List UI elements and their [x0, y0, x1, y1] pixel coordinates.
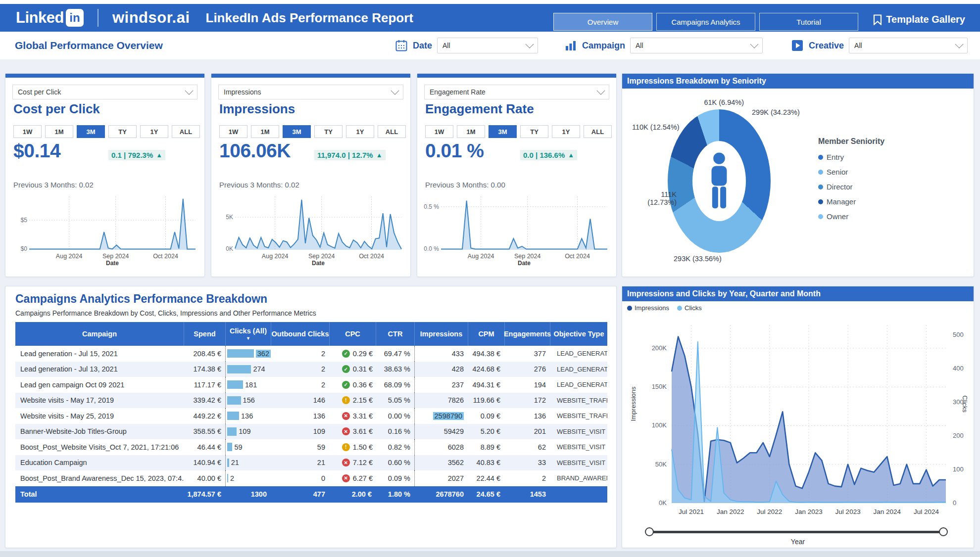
filter-bar: Global Performance Overview Date All Cam…: [0, 32, 980, 59]
cell-cpc: !2.15 €: [329, 396, 376, 404]
svg-text:200: 200: [953, 432, 964, 439]
cell-cpc: ✓0.29 €: [329, 350, 376, 358]
legend-item-manager[interactable]: Manager: [818, 197, 884, 206]
nav-overview-button[interactable]: Overview: [553, 13, 652, 31]
timeframe-ty-button[interactable]: TY: [520, 125, 548, 138]
legend-item-owner[interactable]: Owner: [818, 212, 884, 221]
column-header-campaign[interactable]: Campaign: [15, 322, 184, 346]
cpc-value: 7.12 €: [353, 459, 373, 466]
timeframe-3m-button[interactable]: 3M: [489, 125, 517, 138]
cpc-status-warn-icon: !: [342, 443, 350, 451]
table-row[interactable]: Boost_Post_Brand Awareness_Dec 15, 2023,…: [15, 470, 607, 486]
slider-track[interactable]: [649, 531, 944, 533]
impressions-value: 59429: [444, 427, 464, 435]
table-row[interactable]: Lead gen campaign Oct 09 2021117.17 €181…: [15, 377, 607, 393]
x-axis-title: Date: [441, 260, 607, 267]
slider-handle-left[interactable]: [645, 527, 654, 536]
cell-ctr: 38.63 %: [376, 365, 414, 373]
legend-label: Director: [827, 183, 853, 191]
cell-objective-type: WEBSITE_TRAFFIC: [550, 397, 607, 404]
cell-impressions: 6028: [414, 439, 468, 455]
table-row[interactable]: Lead generation - Jul 15, 2021208.45 €36…: [15, 346, 607, 362]
sparkline-svg: [235, 196, 401, 250]
cell-clicks: 362: [225, 346, 271, 362]
timeframe-1y-button[interactable]: 1Y: [140, 125, 168, 138]
column-header-outbound-clicks[interactable]: Outbound Clicks: [271, 322, 329, 346]
timeframe-1y-button[interactable]: 1Y: [552, 125, 580, 138]
table-row[interactable]: Lead generation - Jul 13, 2021174.38 €27…: [15, 362, 607, 377]
date-filter-select[interactable]: All: [437, 38, 538, 53]
timeframe-all-button[interactable]: ALL: [378, 125, 406, 138]
cell-objective-type: WEBSITE_TRAFFIC: [550, 412, 607, 419]
kpi-delta-text: 11,974.0 | 12.7%: [317, 151, 373, 159]
cell-impressions: 7826: [414, 393, 468, 409]
table-row[interactable]: Banner-Website-Job Titles-Group358.55 €1…: [15, 424, 607, 440]
svg-text:150K: 150K: [652, 383, 667, 390]
column-header-impressions[interactable]: Impressions: [414, 322, 468, 346]
table-row[interactable]: Website visits - May 17, 2019339.42 €156…: [15, 393, 607, 409]
kpi-sparkline-chart: $5$0Aug 2024Sep 2024Oct 2024Date: [29, 196, 196, 255]
cell-engagements: 194: [504, 381, 550, 389]
template-gallery-button[interactable]: Template Gallery: [873, 14, 965, 25]
metric-selector[interactable]: Cost per Click: [12, 85, 197, 99]
svg-text:Jul 2021: Jul 2021: [679, 508, 704, 515]
timeframe-1m-button[interactable]: 1M: [457, 125, 485, 138]
timeframe-3m-button[interactable]: 3M: [283, 125, 311, 138]
y-tick-label: 0.5 %: [421, 203, 439, 210]
cell-impressions: 2598790: [414, 408, 468, 424]
timeframe-ty-button[interactable]: TY: [108, 125, 137, 138]
legend-item-director[interactable]: Director: [818, 183, 884, 191]
cell-engagements: 136: [504, 412, 550, 420]
date-filter-group: Date All: [395, 38, 538, 53]
column-header-ctr[interactable]: CTR: [376, 322, 414, 346]
card-accent-bar: [5, 74, 204, 78]
column-header-cpm[interactable]: CPM: [468, 322, 504, 346]
sparkline-line: [29, 199, 196, 249]
table-row[interactable]: Boost_Post_Website Visits_Oct 7, 2021, 1…: [15, 439, 607, 455]
legend-item-senior[interactable]: Senior: [818, 168, 884, 176]
bottom-strip: [0, 551, 980, 557]
timeframe-all-button[interactable]: ALL: [172, 125, 200, 138]
timeframe-1m-button[interactable]: 1M: [251, 125, 279, 138]
cell-cpm: 424.68 €: [468, 365, 504, 373]
column-header-cpc[interactable]: CPC: [329, 322, 376, 346]
timeframe-all-button[interactable]: ALL: [584, 125, 612, 138]
top-strip: [0, 0, 980, 4]
cell-outbound-clicks: 21: [271, 459, 329, 466]
timeframe-1w-button[interactable]: 1W: [13, 125, 42, 138]
total-cell: 1.80 %: [376, 490, 414, 498]
timeframe-1m-button[interactable]: 1M: [45, 125, 73, 138]
cell-impressions: 2027: [414, 470, 468, 486]
metric-selector[interactable]: Impressions: [218, 85, 403, 99]
campaign-filter-select[interactable]: All: [630, 38, 763, 53]
cell-impressions: 237: [414, 377, 468, 393]
timeframe-ty-button[interactable]: TY: [314, 125, 343, 138]
timeframe-1y-button[interactable]: 1Y: [346, 125, 374, 138]
table-row[interactable]: Education Campaign140.94 €2121✕7.12 €0.6…: [15, 455, 607, 471]
impressions-value: 237: [452, 381, 464, 389]
column-header-clicks-all-[interactable]: Clicks (All)▼: [225, 322, 271, 346]
total-cell: 477: [271, 490, 329, 498]
timeframe-3m-button[interactable]: 3M: [77, 125, 105, 138]
column-header-spend[interactable]: Spend: [184, 322, 225, 346]
up-triangle-icon: ▲: [376, 151, 383, 159]
kpi-value: 0.01 %: [425, 140, 484, 162]
impressions-value: 2598790: [433, 412, 464, 420]
slider-handle-right[interactable]: [939, 527, 948, 536]
cell-engagements: 62: [504, 443, 550, 451]
column-header-objective-type[interactable]: Objective Type: [550, 322, 607, 346]
nav-tutorial-button[interactable]: Tutorial: [759, 13, 858, 31]
metric-selector[interactable]: Engagement Rate: [424, 85, 609, 99]
timeframe-1w-button[interactable]: 1W: [425, 125, 453, 138]
year-range-slider[interactable]: [645, 527, 948, 537]
column-header-engagements[interactable]: Engagements: [504, 322, 550, 346]
cell-impressions: 428: [414, 362, 468, 377]
cell-clicks: 136: [225, 408, 271, 424]
table-row[interactable]: Website visits - May 25, 2019449.22 €136…: [15, 408, 607, 424]
clicks-bar: [227, 349, 254, 358]
creative-filter-select[interactable]: All: [849, 38, 968, 53]
nav-campaigns-analytics-button[interactable]: Campaigns Analytics: [656, 13, 755, 31]
cell-cpm: 5.20 €: [468, 427, 504, 435]
legend-item-entry[interactable]: Entry: [818, 153, 884, 161]
timeframe-1w-button[interactable]: 1W: [219, 125, 247, 138]
